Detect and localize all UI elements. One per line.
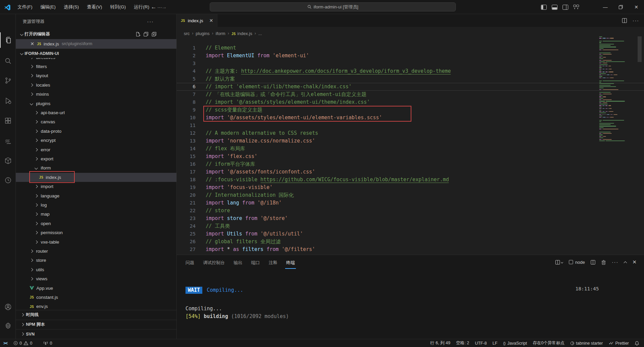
- breadcrumb-item-indexjs[interactable]: JSindex.js: [231, 31, 252, 36]
- breadcrumb-item-[interactable]: ...: [258, 31, 262, 36]
- tree-item-api-base-url[interactable]: api-base-url: [16, 108, 177, 117]
- minimap[interactable]: [598, 36, 636, 232]
- kill-terminal-icon[interactable]: [601, 260, 606, 265]
- tree-item-encrypt[interactable]: encrypt: [16, 136, 177, 145]
- close-all-editors-icon[interactable]: [151, 32, 157, 37]
- activity-circle-plugin-icon[interactable]: [0, 172, 16, 188]
- section-npm-scripts[interactable]: NPM 脚本: [16, 320, 177, 329]
- menu-item-3[interactable]: 选择(S): [60, 2, 83, 12]
- tree-item-open[interactable]: open: [16, 219, 177, 228]
- line-number[interactable]: 8: [177, 99, 206, 105]
- menu-item-4[interactable]: 查看(V): [83, 2, 106, 12]
- activity-source-control-icon[interactable]: [0, 73, 16, 88]
- problems-indicator[interactable]: 0 0: [13, 341, 32, 346]
- tree-item-layout[interactable]: layout: [16, 71, 177, 80]
- code-line-5[interactable]: 5// 默认方案: [177, 75, 644, 83]
- section-timeline[interactable]: 时间线: [16, 310, 177, 319]
- line-number[interactable]: 14: [177, 146, 206, 151]
- editor-more-actions-icon[interactable]: ···: [633, 18, 639, 23]
- code-line-21[interactable]: 21import lang from '@/i18n': [177, 199, 644, 207]
- line-number[interactable]: 21: [177, 200, 206, 206]
- nav-back-icon[interactable]: ←: [151, 4, 157, 10]
- tree-item-map[interactable]: map: [16, 210, 177, 219]
- activity-extensions-icon[interactable]: [0, 113, 16, 129]
- menu-item-2[interactable]: 编辑(E): [36, 2, 60, 12]
- code-line-17[interactable]: 17import '@/assets/fonts/iconfont.css': [177, 168, 644, 176]
- line-number[interactable]: 23: [177, 216, 206, 221]
- tree-item-data-proto[interactable]: data-proto: [16, 127, 177, 136]
- line-number[interactable]: 6: [177, 84, 206, 89]
- panel-tab-问题[interactable]: 问题: [185, 260, 194, 269]
- tabnine-status[interactable]: tabnine starter: [570, 341, 603, 346]
- code-line-1[interactable]: 1// Element: [177, 44, 644, 52]
- panel-tab-终端[interactable]: 终端: [286, 260, 295, 269]
- code-line-8[interactable]: 8// import '@/assets/styles/element-ui/t…: [177, 98, 644, 106]
- line-number[interactable]: 17: [177, 169, 206, 175]
- close-panel-icon[interactable]: ✕: [632, 259, 637, 265]
- activity-settings-icon[interactable]: [0, 318, 16, 334]
- code-line-15[interactable]: 15import 'flex.css': [177, 153, 644, 160]
- code-line-4[interactable]: 4// 主题方案: http://doc.ankepower.com/docs/…: [177, 67, 644, 75]
- close-editor-icon[interactable]: ✕: [30, 41, 34, 46]
- tab-index-js[interactable]: JS index.js ✕: [177, 14, 217, 27]
- activity-account-icon[interactable]: [0, 299, 16, 315]
- customize-layout-icon[interactable]: [572, 3, 580, 11]
- activity-search-icon[interactable]: [0, 53, 16, 69]
- terminal-instance-node[interactable]: node: [569, 260, 585, 265]
- editor-scrollbar[interactable]: [638, 36, 642, 62]
- eol-sequence[interactable]: LF: [493, 341, 498, 346]
- tree-item-import[interactable]: import: [16, 182, 177, 191]
- line-number[interactable]: 15: [177, 154, 206, 159]
- tree-item-App.vue[interactable]: App.vue: [16, 284, 177, 293]
- line-number[interactable]: 25: [177, 231, 206, 236]
- code-line-13[interactable]: 13import 'normalize.css/normalize.css': [177, 137, 644, 145]
- code-line-27[interactable]: 27import * as filters from '@/filters': [177, 246, 644, 253]
- notifications-bell-icon[interactable]: [635, 341, 639, 346]
- tree-item-views[interactable]: views: [16, 274, 177, 283]
- line-number[interactable]: 27: [177, 247, 206, 252]
- code-line-3[interactable]: 3: [177, 60, 644, 67]
- minimize-button[interactable]: —: [598, 0, 613, 14]
- line-number[interactable]: 3: [177, 61, 206, 66]
- command-center-search[interactable]: iform-admin-ui [管理员]: [210, 2, 456, 11]
- line-number[interactable]: 13: [177, 138, 206, 144]
- cursor-position[interactable]: 行 6, 列 49: [430, 340, 450, 346]
- tree-item-vxe-table[interactable]: vxe-table: [16, 238, 177, 247]
- activity-run-debug-icon[interactable]: [0, 93, 16, 108]
- open-editor-item[interactable]: ✕ JS index.js src\plugins\iform: [16, 39, 177, 49]
- breadcrumb-item-iform[interactable]: iform: [216, 31, 226, 36]
- toggle-panel-icon[interactable]: [551, 3, 558, 11]
- tree-item-store[interactable]: store: [16, 256, 177, 265]
- close-window-button[interactable]: ✕: [629, 0, 644, 14]
- code-line-16[interactable]: 16// iform平台字体库: [177, 160, 644, 168]
- prettier-status[interactable]: ✓✓Prettier: [609, 341, 629, 346]
- toggle-secondary-sidebar-icon[interactable]: [562, 3, 569, 11]
- panel-tab-注释[interactable]: 注释: [269, 260, 277, 269]
- tree-item-constant.js[interactable]: JSconstant.js: [16, 293, 177, 302]
- indentation[interactable]: 空格: 2: [456, 340, 469, 346]
- line-number[interactable]: 10: [177, 115, 206, 120]
- tree-item-mixins[interactable]: mixins: [16, 90, 177, 99]
- tree-item-filters[interactable]: filters: [16, 62, 177, 71]
- language-mode[interactable]: {̇}JavaScript: [503, 341, 527, 346]
- panel-more-actions-icon[interactable]: ···: [612, 259, 618, 265]
- line-number[interactable]: 19: [177, 185, 206, 190]
- feedback-indicator[interactable]: 0: [43, 341, 52, 346]
- code-editor[interactable]: 1// Element2import ElementUI from 'eleme…: [177, 40, 644, 255]
- tree-item-locales[interactable]: locales: [16, 81, 177, 90]
- line-number[interactable]: 9: [177, 107, 206, 113]
- tree-item-utils[interactable]: utils: [16, 265, 177, 274]
- code-line-25[interactable]: 25import Utils from '@/utils/util': [177, 230, 644, 238]
- line-number[interactable]: 26: [177, 239, 206, 244]
- code-line-11[interactable]: 11: [177, 122, 644, 129]
- split-editor-icon[interactable]: [622, 18, 627, 23]
- activity-package-plugin-icon[interactable]: [0, 153, 16, 168]
- line-number[interactable]: 24: [177, 223, 206, 229]
- menu-item-1[interactable]: 文件(F): [13, 2, 36, 12]
- remote-indicator[interactable]: ><: [3, 341, 7, 346]
- line-number[interactable]: 2: [177, 53, 206, 58]
- tree-item-export[interactable]: export: [16, 154, 177, 163]
- nav-forward-icon[interactable]: →: [161, 4, 167, 10]
- new-untitled-editor-icon[interactable]: [135, 32, 140, 37]
- line-number[interactable]: 1: [177, 45, 206, 51]
